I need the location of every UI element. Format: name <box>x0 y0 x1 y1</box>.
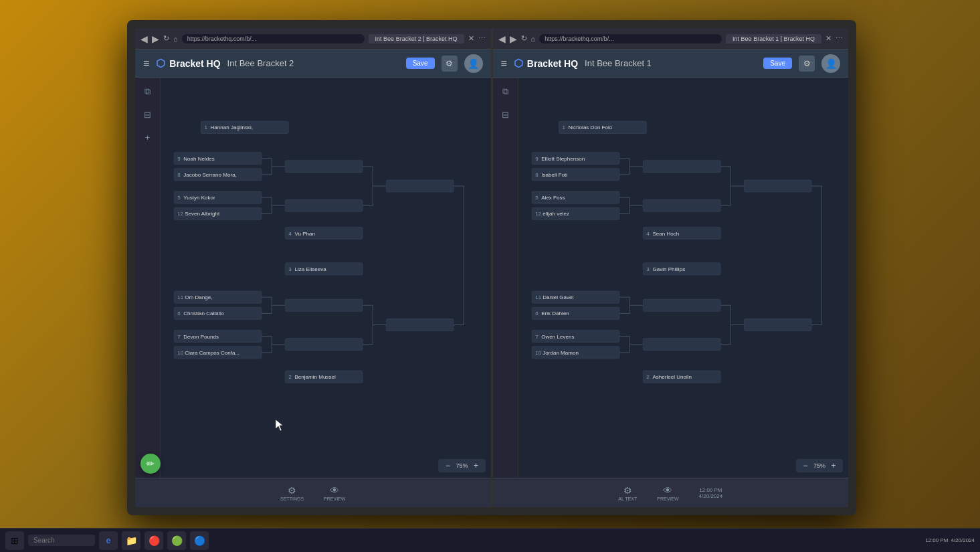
svg-text:Erik Dahlen: Erik Dahlen <box>541 310 569 316</box>
svg-text:Seven Albright: Seven Albright <box>185 211 220 217</box>
svg-text:Benjamin Mussel: Benjamin Mussel <box>294 374 335 380</box>
monitor: ◀ ▶ ↻ ⌂ https://brackethq.com/b/... Int … <box>127 20 856 515</box>
svg-text:5: 5 <box>177 195 181 201</box>
zoom-out-button-left[interactable]: − <box>442 460 453 471</box>
taskbar-app1[interactable]: 🔴 <box>144 531 163 550</box>
svg-rect-63 <box>386 318 454 331</box>
close-tab-right[interactable]: ✕ <box>825 34 831 43</box>
sidebar-icon-bracket[interactable]: ⊟ <box>139 106 157 123</box>
time-display-right: 12:00 PM 4/20/2024 <box>699 487 723 499</box>
svg-text:4: 4 <box>288 231 292 237</box>
svg-text:Hannah Jaglinski,: Hannah Jaglinski, <box>211 124 254 130</box>
save-button-left[interactable]: Save <box>406 58 435 69</box>
svg-text:4: 4 <box>646 231 650 237</box>
svg-rect-93 <box>643 199 720 211</box>
save-button-right[interactable]: Save <box>763 58 792 69</box>
bracket-title-right: Int Bee Bracket 1 <box>585 58 652 68</box>
taskbar-search[interactable] <box>28 535 95 546</box>
menu-dots-left[interactable]: ⋯ <box>478 34 486 43</box>
taskbar-app2[interactable]: 🟢 <box>167 531 186 550</box>
svg-text:12: 12 <box>177 211 183 217</box>
svg-text:Devon Pounds: Devon Pounds <box>183 334 219 340</box>
left-sidebar-right: ⧉ ⊟ <box>493 78 518 478</box>
taskbar-explorer[interactable]: 📁 <box>122 531 140 550</box>
svg-text:Noah Neides: Noah Neides <box>183 156 215 162</box>
address-bar-left[interactable]: https://brackethq.com/b/... <box>182 34 365 43</box>
svg-text:Om Dange,: Om Dange, <box>185 294 212 300</box>
svg-text:10: 10 <box>177 350 183 356</box>
svg-text:Sean Hoch: Sean Hoch <box>652 231 679 237</box>
menu-dots-right[interactable]: ⋯ <box>836 34 843 43</box>
close-tab-left[interactable]: ✕ <box>468 34 474 43</box>
preview-toolbar-item-right[interactable]: 👁 PREVIEW <box>657 485 678 501</box>
nav-forward-left[interactable]: ▶ <box>152 33 159 44</box>
sidebar-icon-copy-right[interactable]: ⧉ <box>496 83 514 100</box>
svg-text:9: 9 <box>535 156 538 162</box>
svg-text:1: 1 <box>562 124 565 130</box>
app-logo-right: ⬡ Bracket HQ <box>514 57 578 70</box>
svg-rect-101 <box>744 180 811 192</box>
svg-text:11: 11 <box>535 294 541 300</box>
sidebar-icon-copy[interactable]: ⧉ <box>139 83 157 100</box>
zoom-out-button-right[interactable]: − <box>800 460 811 471</box>
svg-text:3: 3 <box>288 266 292 272</box>
svg-text:7: 7 <box>177 334 181 340</box>
browser-right: ◀ ▶ ↻ ⌂ https://brackethq.com/b/... Int … <box>493 28 849 507</box>
browser-left: ◀ ▶ ↻ ⌂ https://brackethq.com/b/... Int … <box>135 28 493 507</box>
svg-rect-132 <box>744 318 811 331</box>
svg-text:Elliott Stephenson: Elliott Stephenson <box>541 156 585 162</box>
zoom-in-button-right[interactable]: + <box>828 460 839 471</box>
browser-tab-left[interactable]: Int Bee Bracket 2 | Bracket HQ <box>369 34 464 43</box>
nav-refresh-left[interactable]: ↻ <box>163 34 169 43</box>
svg-text:Yustyn Kokor: Yustyn Kokor <box>183 195 215 201</box>
address-bar-right[interactable]: https://brackethq.com/b/... <box>539 34 722 43</box>
svg-text:12: 12 <box>535 211 541 217</box>
svg-rect-23 <box>285 161 363 173</box>
app-header-left: ≡ ⬡ Bracket HQ Int Bee Bracket 2 Save ⚙ … <box>135 50 491 78</box>
fab-pencil-left[interactable]: ✏ <box>140 454 161 474</box>
bracket-title-left: Int Bee Bracket 2 <box>227 58 294 68</box>
main-area-right: ⧉ ⊟ 1 Nicholas Don Folo 9 Elliott Stephe… <box>493 78 849 478</box>
settings-toolbar-icon-left: ⚙ <box>288 485 296 496</box>
svg-rect-92 <box>643 161 720 173</box>
svg-text:elijah velez: elijah velez <box>543 211 569 217</box>
nav-refresh-right[interactable]: ↻ <box>521 34 527 43</box>
svg-text:1: 1 <box>204 124 207 130</box>
nav-back-left[interactable]: ◀ <box>140 33 148 44</box>
svg-text:Ciara Campos Confa...: Ciara Campos Confa... <box>185 350 239 356</box>
browser-tab-right[interactable]: Int Bee Bracket 1 | Bracket HQ <box>726 34 821 43</box>
zoom-controls-left: − 75% + <box>438 459 485 472</box>
preview-toolbar-icon-right: 👁 <box>663 485 672 496</box>
sidebar-icon-bracket-right[interactable]: ⊟ <box>496 106 514 123</box>
logo-icon-right: ⬡ <box>514 57 523 70</box>
svg-rect-126 <box>643 299 720 311</box>
svg-rect-57 <box>285 299 363 311</box>
nav-back-right[interactable]: ◀ <box>498 33 506 44</box>
svg-text:Nicholas Don Folo: Nicholas Don Folo <box>568 124 612 130</box>
main-area-left: ⧉ ⊟ + 1 Hannah Jaglinski, 9 <box>135 78 491 478</box>
bracket-svg-right: 1 Nicholas Don Folo 9 Elliott Stephenson… <box>518 78 849 478</box>
avatar-right[interactable]: 👤 <box>821 54 840 73</box>
settings-icon-left[interactable]: ⚙ <box>442 56 458 72</box>
nav-forward-right[interactable]: ▶ <box>510 33 517 44</box>
zoom-in-button-left[interactable]: + <box>471 460 482 471</box>
taskbar-app3[interactable]: 🔵 <box>190 531 209 550</box>
nav-home-left[interactable]: ⌂ <box>173 35 178 43</box>
hamburger-icon-left[interactable]: ≡ <box>143 58 149 70</box>
svg-text:Isabell Foti: Isabell Foti <box>541 172 567 178</box>
svg-text:Daniel Gavel: Daniel Gavel <box>543 294 573 300</box>
preview-toolbar-item-left[interactable]: 👁 PREVIEW <box>324 485 345 501</box>
svg-text:2: 2 <box>646 374 650 380</box>
taskbar-edge[interactable]: e <box>99 531 118 550</box>
settings-toolbar-item-left[interactable]: ⚙ SETTINGS <box>280 485 304 501</box>
system-time: 12:00 PM <box>925 537 948 543</box>
hamburger-icon-right[interactable]: ≡ <box>501 58 507 70</box>
zoom-label-right: 75% <box>813 462 825 469</box>
svg-rect-127 <box>643 339 720 351</box>
sidebar-icon-plus[interactable]: + <box>139 128 157 146</box>
avatar-left[interactable]: 👤 <box>464 54 483 73</box>
settings-toolbar-item-right[interactable]: ⚙ AL TEXT <box>618 485 637 501</box>
nav-home-right[interactable]: ⌂ <box>531 35 536 43</box>
taskbar-start[interactable]: ⊞ <box>5 531 24 550</box>
settings-icon-right[interactable]: ⚙ <box>799 56 815 72</box>
